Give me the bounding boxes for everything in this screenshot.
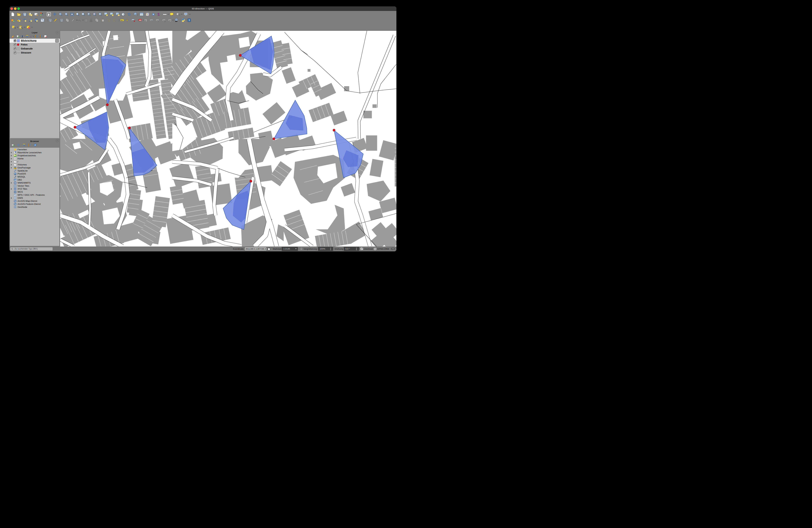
- svg-text:3D: 3D: [118, 15, 120, 16]
- svg-text:DB2: DB2: [14, 179, 16, 181]
- svg-text:abc: abc: [163, 19, 165, 21]
- svg-text:abc: abc: [151, 19, 153, 21]
- svg-text:Σ: Σ: [158, 13, 160, 16]
- svg-text:ab: ab: [132, 19, 134, 21]
- svg-text:ε: ε: [30, 35, 31, 38]
- svg-text:abc: abc: [121, 19, 123, 21]
- svg-text:abc: abc: [139, 19, 142, 21]
- svg-text:ab: ab: [145, 19, 146, 21]
- svg-text:1:1: 1:1: [88, 13, 90, 15]
- svg-text:?: ?: [189, 19, 190, 22]
- svg-text:abc: abc: [157, 19, 159, 21]
- svg-text:a: a: [42, 13, 43, 14]
- svg-text:T: T: [185, 13, 186, 15]
